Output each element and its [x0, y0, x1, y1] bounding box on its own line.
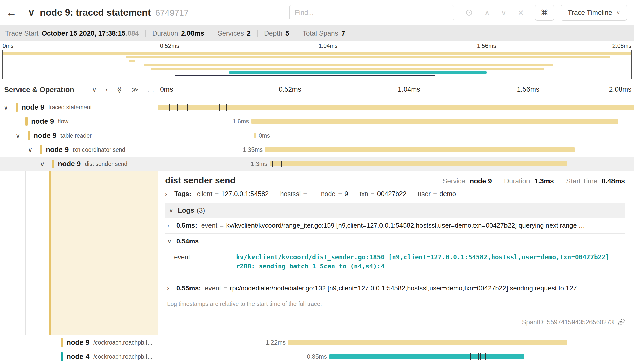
- summary-label: Depth: [264, 30, 282, 37]
- span-bar-track[interactable]: 1.3ms: [158, 157, 634, 171]
- tag-item: user=demo: [418, 190, 456, 198]
- divider: [145, 30, 146, 37]
- logs-title: Logs: [178, 207, 194, 215]
- chevron-right-icon: ›: [165, 190, 174, 198]
- summary-value: 2: [247, 30, 251, 37]
- span-row[interactable]: node 9 flow 1.6ms: [0, 114, 634, 129]
- find-input[interactable]: [289, 5, 454, 20]
- divider: [257, 30, 258, 37]
- span-bar[interactable]: [254, 133, 256, 138]
- trace-view-dropdown[interactable]: Trace Timeline ∨: [561, 5, 627, 21]
- span-bar-track[interactable]: 1.22ms: [158, 335, 634, 350]
- span-bar-track[interactable]: 1.6ms: [158, 114, 634, 129]
- divider: [354, 191, 354, 197]
- span-bar[interactable]: [270, 161, 568, 166]
- span-id-value: 5597415943526560273: [547, 318, 614, 326]
- logs-toggle[interactable]: ∨ Logs (3): [165, 203, 625, 218]
- log-key: event: [201, 222, 217, 229]
- span-duration-label: 1.35ms: [243, 146, 263, 153]
- indent-guide: [0, 171, 12, 335]
- equals-sign: =: [223, 284, 227, 292]
- minimap-span: [129, 60, 135, 62]
- log-field-key: event: [167, 249, 229, 275]
- log-entry[interactable]: › 0.5ms: event = kv/kvclient/kvcoord/ran…: [165, 218, 625, 234]
- span-row[interactable]: ∨ node 9 txn coordinator send 1.35ms: [0, 143, 634, 157]
- link-icon[interactable]: [618, 318, 625, 326]
- service-operation-title: Service & Operation: [4, 85, 74, 94]
- span-row[interactable]: ∨ node 9 table reader 0ms: [0, 129, 634, 143]
- timeline-collapser: ∨ › ≫ ≫: [92, 86, 138, 94]
- span-row[interactable]: node 4 /cockroach.roachpb.I... 0.85ms: [0, 350, 634, 364]
- expand-one-icon[interactable]: ›: [105, 86, 108, 94]
- log-marker-tick: [181, 104, 181, 111]
- span-tree-cell[interactable]: ∨ node 9 table reader: [0, 129, 158, 143]
- tags-toggle[interactable]: › Tags: client=127.0.0.1:54582 hostssl= …: [165, 190, 625, 198]
- span-bar[interactable]: [265, 147, 574, 152]
- close-icon[interactable]: ✕: [518, 8, 524, 17]
- span-tree-cell[interactable]: ∨ node 9 traced statement: [0, 100, 158, 114]
- service-color-chip: [25, 117, 28, 126]
- chevron-down-icon[interactable]: ∨: [501, 8, 506, 17]
- axis-tick-label: 0ms: [160, 85, 173, 93]
- axis-tick-label: 1.56ms: [477, 42, 496, 49]
- crosshair-icon[interactable]: [465, 9, 473, 17]
- log-marker-tick: [226, 104, 227, 111]
- span-expander-icon[interactable]: ∨: [4, 104, 16, 111]
- summary-value: 5: [285, 30, 289, 37]
- span-bar-track[interactable]: 0ms: [158, 129, 634, 143]
- chevron-up-icon[interactable]: ∧: [484, 8, 490, 17]
- log-entry-toggle[interactable]: ∨ 0.54ms: [165, 234, 625, 248]
- span-bar[interactable]: [329, 354, 524, 359]
- equals-sign: =: [371, 190, 375, 198]
- log-marker-tick: [281, 161, 282, 167]
- span-expander-icon[interactable]: ∨: [16, 132, 28, 139]
- chevron-right-icon: ›: [167, 222, 176, 229]
- summary-label: Services: [218, 30, 244, 37]
- minimap-canvas[interactable]: [0, 50, 634, 79]
- axis-tick-label: 1.56ms: [517, 85, 539, 93]
- span-duration-label: 1.22ms: [266, 339, 286, 346]
- span-bar[interactable]: [251, 119, 618, 124]
- service-name: node 4: [67, 353, 89, 361]
- span-tree-cell[interactable]: ∨ node 9 txn coordinator send: [0, 143, 158, 157]
- summary-label: Duration: [152, 30, 178, 37]
- log-marker-tick: [286, 161, 286, 167]
- log-entry[interactable]: › 0.55ms: event = rpc/nodedialer/nodedia…: [165, 280, 625, 296]
- summary-value: 7: [341, 30, 345, 37]
- span-bar-track[interactable]: 0.85ms: [158, 350, 634, 364]
- range-handle-right[interactable]: [631, 50, 632, 79]
- summary-label: Trace Start: [5, 30, 39, 37]
- header-collapse-chevron-icon[interactable]: ∨: [28, 7, 35, 18]
- span-bar-track[interactable]: 1.35ms: [158, 143, 634, 157]
- span-row[interactable]: ∨ node 9 traced statement: [0, 100, 634, 114]
- keyboard-shortcuts-button[interactable]: ⌘: [535, 5, 554, 21]
- span-row-selected[interactable]: ∨ node 9 dist sender send 1.3ms: [0, 157, 634, 171]
- span-bar[interactable]: [288, 340, 567, 345]
- span-expander-icon[interactable]: ∨: [28, 146, 40, 154]
- collapse-one-icon[interactable]: ∨: [92, 86, 97, 94]
- operation-name: flow: [58, 118, 71, 125]
- indent-guide: [12, 171, 26, 335]
- back-icon[interactable]: ←: [6, 7, 17, 19]
- log-timestamp: 0.55ms:: [176, 284, 201, 292]
- range-handle-left[interactable]: [2, 50, 3, 79]
- span-tree-cell[interactable]: node 9 flow: [0, 114, 158, 129]
- span-row[interactable]: node 9 /cockroach.roachpb.I... 1.22ms: [0, 335, 634, 350]
- span-detail-meta: Service: node 9 Duration: 1.3ms Start Ti…: [442, 177, 625, 185]
- span-bar[interactable]: [158, 105, 634, 110]
- span-tree-cell[interactable]: ∨ node 9 dist sender send: [0, 157, 158, 171]
- span-bar-track[interactable]: [158, 100, 634, 114]
- span-duration-label: 1.6ms: [233, 118, 249, 125]
- operation-name: dist sender send: [85, 161, 130, 167]
- log-field-value: kv/kvclient/kvcoord/dist_sender.go:1850 …: [229, 249, 622, 275]
- span-tree-cell[interactable]: node 9 /cockroach.roachpb.I...: [0, 335, 158, 350]
- column-drag-grip[interactable]: ⋮⋮: [145, 87, 155, 93]
- timeline-axis: 0ms 0.52ms 1.04ms 1.56ms 2.08ms: [158, 79, 634, 100]
- divider: [560, 178, 560, 185]
- span-tree-cell[interactable]: node 4 /cockroach.roachpb.I...: [0, 350, 158, 364]
- tag-value: demo: [439, 190, 456, 198]
- collapse-all-icon[interactable]: ≫: [116, 86, 123, 93]
- expand-all-icon[interactable]: ≫: [132, 86, 138, 94]
- span-expander-icon[interactable]: ∨: [40, 160, 52, 168]
- span-id-label: SpanID:: [522, 318, 545, 326]
